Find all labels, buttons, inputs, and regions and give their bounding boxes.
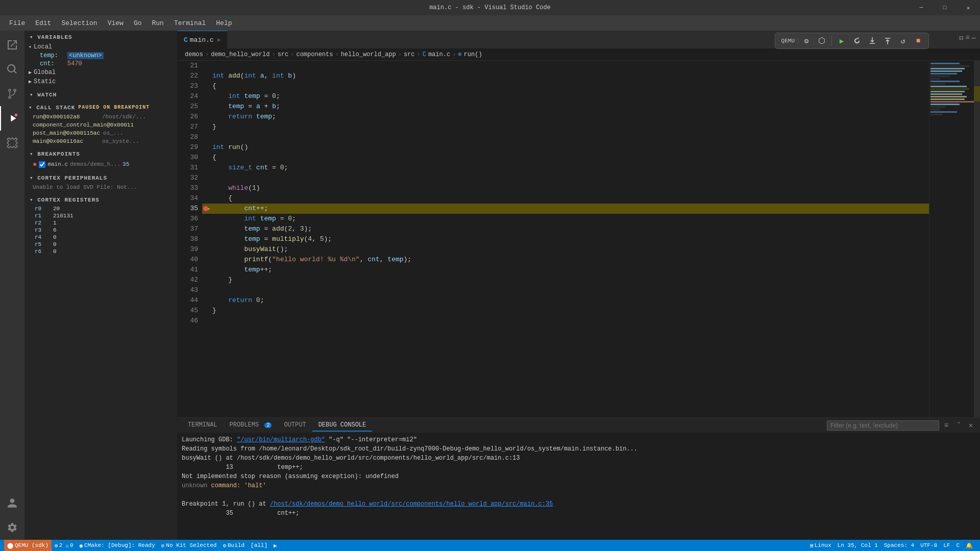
tab-debug-console[interactable]: DEBUG CONSOLE: [312, 419, 373, 432]
variables-header: ▾ VARIABLES: [24, 31, 177, 42]
status-line-col[interactable]: Ln 35, Col 1: [835, 540, 881, 551]
bp-file-link[interactable]: /host/sdk/demos/demo_hello_world/src/com…: [270, 500, 553, 508]
cortex-registers-section: ▾ CORTEX REGISTERS r0 20 r1 210131 r2 1 …: [24, 193, 177, 255]
debug-run-icon[interactable]: [0, 106, 24, 131]
no-kit-icon: ⊘: [161, 542, 165, 549]
status-encoding[interactable]: UTF-8: [917, 540, 940, 551]
debug-disconnect-btn[interactable]: ⬡: [815, 34, 829, 47]
status-build[interactable]: ⚙ Build: [219, 540, 248, 551]
tab-main-c[interactable]: C main.c ✕: [178, 31, 227, 48]
panel-toggle-icon[interactable]: ≡: [965, 34, 969, 42]
tab-output[interactable]: OUTPUT: [278, 419, 312, 432]
bc-components[interactable]: components: [296, 51, 333, 58]
code-line-34: {: [202, 193, 929, 204]
code-line-21: [202, 61, 929, 71]
code-line-28: [202, 132, 929, 142]
status-line-ending[interactable]: LF: [940, 540, 953, 551]
menu-go[interactable]: Go: [129, 17, 147, 29]
minimap-highlight: [974, 86, 980, 102]
reg-r1: r1 210131: [24, 212, 177, 219]
menu-run[interactable]: Run: [146, 17, 168, 29]
status-language[interactable]: C: [953, 540, 963, 551]
menu-bar: File Edit Selection View Go Run Terminal…: [0, 15, 980, 31]
code-line-44: return 0;: [202, 295, 929, 306]
tab-close-button[interactable]: ✕: [217, 36, 220, 44]
call-stack-header: ▾ CALL STACK PAUSED ON BREAKPOINT: [24, 102, 177, 113]
account-icon[interactable]: [0, 491, 24, 515]
build-icon: ⚙: [223, 542, 226, 549]
source-control-icon[interactable]: [0, 82, 24, 106]
status-bar: ⬤ QEMU (sdk) ⊗ 2 ⚠ 0 ◉ CMake: [Debug]: R…: [0, 540, 980, 551]
status-no-kit[interactable]: ⊘ No Kit Selected: [158, 540, 220, 551]
panel-close-icon[interactable]: ✕: [966, 420, 976, 431]
stack-item-run[interactable]: run@0x000102a8 /host/sdk/...: [24, 113, 177, 121]
console-line-5: Not implemented stop reason (assuming ex…: [182, 472, 976, 481]
menu-edit[interactable]: Edit: [30, 17, 56, 29]
status-error-count: 2: [59, 542, 63, 548]
code-line-31: size_t cnt = 0;: [202, 163, 929, 173]
bc-hello-world-app[interactable]: hello_world_app: [341, 51, 396, 58]
debug-toolbar: QEMU ⚙ ⬡ ▶ ↺ ■: [775, 33, 929, 48]
debug-step-over-btn[interactable]: [850, 34, 864, 47]
code-editor[interactable]: 21 22 23 24 25 26 27 28 29 30 31 32 33 3…: [178, 61, 929, 417]
global-group[interactable]: ▶ Global: [24, 68, 177, 77]
stack-item-post-main[interactable]: post_main@0x000115ac os_...: [24, 129, 177, 137]
bc-src2[interactable]: src: [404, 51, 415, 58]
settings-gear-icon[interactable]: [0, 515, 24, 540]
status-remote-label: Linux: [815, 542, 831, 548]
status-errors[interactable]: ⊗ 2 ⚠ 0: [52, 540, 76, 551]
status-debug-session[interactable]: ⬤ QEMU (sdk): [4, 540, 52, 551]
bc-run-func[interactable]: run(): [464, 51, 482, 58]
status-notifications[interactable]: 🔔: [963, 540, 976, 551]
debug-settings-btn[interactable]: ⚙: [799, 34, 814, 47]
code-content[interactable]: int add(int a, int b) { int temp = 0;: [202, 61, 929, 417]
menu-selection[interactable]: Selection: [56, 17, 102, 29]
status-run-target[interactable]: ▶: [271, 540, 280, 551]
local-group[interactable]: ▾ Local: [24, 42, 177, 52]
tab-problems[interactable]: PROBLEMS 2: [224, 419, 278, 432]
filter-options-icon[interactable]: ≡: [941, 420, 951, 431]
bottom-panel: TERMINAL PROBLEMS 2 OUTPUT DEBUG CONSOLE…: [178, 417, 980, 540]
code-line-45: }: [202, 306, 929, 316]
bc-demo-hello[interactable]: demo_hello_world: [211, 51, 270, 58]
panel-scroll-up-icon[interactable]: ˄: [953, 420, 964, 431]
editor-area: C main.c ✕ QEMU ⚙ ⬡ ▶: [178, 31, 980, 540]
explorer-icon[interactable]: [0, 33, 24, 57]
status-warning-count: 0: [70, 542, 74, 548]
close-button[interactable]: ✕: [957, 0, 980, 15]
bc-main-c[interactable]: main.c: [428, 51, 450, 58]
menu-view[interactable]: View: [103, 17, 129, 29]
stack-item-component[interactable]: component_control_main@0x00011: [24, 121, 177, 129]
code-line-30: {: [202, 153, 929, 163]
debug-step-into-btn[interactable]: [865, 34, 879, 47]
bc-demos[interactable]: demos: [185, 51, 203, 58]
reg-r3: r3 6: [24, 227, 177, 234]
breakpoint-checkbox[interactable]: [39, 161, 45, 168]
status-spaces[interactable]: Spaces: 4: [881, 540, 917, 551]
debug-restart-btn[interactable]: ↺: [896, 34, 910, 47]
menu-file[interactable]: File: [4, 17, 30, 29]
status-all-target[interactable]: [all]: [248, 540, 271, 551]
status-cmake[interactable]: ◉ CMake: [Debug]: Ready: [76, 540, 158, 551]
debug-qemu-label[interactable]: QEMU: [778, 38, 798, 44]
debug-step-out-btn[interactable]: [880, 34, 895, 47]
gdb-path-link[interactable]: "/usr/bin/multiarch-gdb": [237, 436, 325, 443]
split-editor-icon[interactable]: ⊟: [959, 34, 963, 42]
more-actions-icon[interactable]: ⋯: [972, 34, 976, 42]
stack-item-main[interactable]: main@0x000116ac os_syste...: [24, 137, 177, 145]
maximize-button[interactable]: □: [933, 0, 957, 15]
menu-help[interactable]: Help: [211, 17, 237, 29]
tab-terminal[interactable]: TERMINAL: [182, 419, 224, 432]
minimize-button[interactable]: ─: [910, 0, 933, 15]
debug-console-filter-input[interactable]: [827, 420, 939, 431]
debug-stop-btn[interactable]: ■: [911, 34, 925, 47]
debug-continue-btn[interactable]: ▶: [835, 34, 849, 47]
search-icon[interactable]: [0, 57, 24, 82]
extensions-icon[interactable]: [0, 131, 24, 155]
static-group[interactable]: ▶ Static: [24, 77, 177, 86]
bc-src[interactable]: src: [278, 51, 289, 58]
status-remote[interactable]: ⊞ Linux: [807, 540, 835, 551]
cortex-peripherals-header: ▾ CORTEX PERIPHERALS: [24, 171, 177, 183]
menu-terminal[interactable]: Terminal: [169, 17, 211, 29]
minimap: [929, 61, 980, 417]
